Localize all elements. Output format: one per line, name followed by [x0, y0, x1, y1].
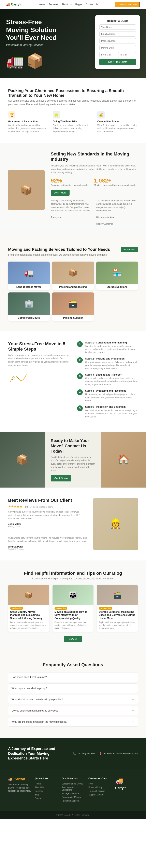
- step-3-title: Steps 3 - Loading and Transport: [85, 373, 138, 376]
- faq-toggle-3[interactable]: ＋: [131, 697, 135, 702]
- packing-subtitle: Our comprehensive suite of moving servic…: [8, 99, 138, 106]
- form-to-input[interactable]: [118, 52, 136, 57]
- footer-care-terms[interactable]: Terms of Service: [88, 790, 111, 792]
- footer-services-list: Long Distance Moves Packing and Unpackin…: [62, 782, 84, 802]
- reviews-left: Best Reviews From Our Client ★★★★★ 4.9 5…: [8, 498, 87, 550]
- footer-care-faq[interactable]: FAQ: [88, 782, 111, 785]
- stat-homes-label: Moving homes and businesses nationwide: [94, 184, 136, 186]
- footer-care-list: FAQ Privacy Policy Terms of Service Supp…: [88, 782, 111, 796]
- footer-copyright: © 2024 CarryIt. All rights reserved.: [56, 814, 90, 816]
- services-header: Moving and Packing Services Tailored to …: [8, 247, 138, 257]
- footer-link-home[interactable]: Home: [35, 782, 58, 785]
- reviews-header: Best Reviews From Our Client ★★★★★ 4.9 5…: [8, 498, 138, 550]
- footer-address[interactable]: 📍 3a Suite 4b Pacific Boulevard, 360: [99, 752, 138, 755]
- footer-right-logo-icon: 🚚: [115, 777, 138, 785]
- form-date-input[interactable]: [99, 45, 136, 51]
- service-card-storage[interactable]: 🏪 Storage Solutions: [96, 261, 138, 290]
- footer-col-brand: 🚚 Carrylt Your trusted moving partner fo…: [8, 777, 31, 803]
- footer-care-title: Customer Care: [88, 777, 111, 780]
- footer-service-long[interactable]: Long Distance Moves: [62, 782, 84, 785]
- view-all-button[interactable]: View all: [64, 636, 82, 642]
- stat-satisfaction-num: 92%: [51, 178, 88, 184]
- form-submit-button[interactable]: Get A Free Quote: [99, 59, 136, 65]
- footer-grid: 🚚 Carrylt Your trusted moving partner fo…: [8, 777, 138, 803]
- faq-item-2[interactable]: What is your cancellation policy? ＋: [8, 683, 138, 693]
- footer-link-services[interactable]: Services: [35, 790, 58, 792]
- step-1: 1 Steps 1 - Consultation and Planning We…: [77, 341, 138, 354]
- testimonial-1: Moving is more than just relocating belo…: [51, 199, 92, 222]
- feature-satisfaction-title: Guarantee of Satisfaction: [8, 120, 49, 123]
- footer-col-services: Our Services Long Distance Moves Packing…: [62, 777, 84, 803]
- footer-service-commercial[interactable]: Commercial Moves: [62, 796, 84, 798]
- service-img-packing-supplier: 🗃️: [52, 292, 94, 315]
- learn-more-button[interactable]: Learn More: [51, 190, 70, 196]
- blog-card-2[interactable]: 👨‍👩‍👧 Budget Tips Moving on a Budget: Ho…: [52, 585, 94, 632]
- cta-left-image: 📦: [0, 432, 45, 488]
- faq-question-2: What is your cancellation policy?: [11, 687, 47, 690]
- nav-services[interactable]: Services: [49, 3, 58, 6]
- navbar-cta-button[interactable]: Call us at 866 7661: [115, 2, 140, 7]
- step-4-content: Steps 4 - Unloading and Placement Upon a…: [85, 390, 138, 402]
- footer-cta: A Journey of Expertise and Dedication Yo…: [0, 738, 146, 769]
- footer-link-blog[interactable]: Blog: [35, 794, 58, 796]
- faq-toggle-4[interactable]: ＋: [131, 709, 135, 713]
- blog-card-1[interactable]: 📦 Moving Tips Cross-Country Moves: Plann…: [8, 585, 49, 632]
- reviews-right-image: 👷: [93, 498, 138, 550]
- service-card-commercial[interactable]: 🏢 Commercial Moves: [8, 292, 50, 321]
- faq-item-1[interactable]: How much does it cost to move? ＋: [8, 672, 138, 682]
- blog-card-3[interactable]: 🗃️ Storage Tips Storage Solutions: Maxim…: [97, 585, 138, 632]
- cta-button[interactable]: Get A Quote: [51, 475, 71, 482]
- steps-left: Your Stress-Free Move in 5 Simple Steps …: [8, 341, 69, 387]
- form-name-input[interactable]: [99, 24, 136, 30]
- review-rating-number: 4.9: [24, 505, 28, 508]
- footer-service-storage[interactable]: Storage Solutions: [62, 792, 84, 795]
- service-card-long-distance[interactable]: 🚛 Long-Distance Moves: [8, 261, 50, 290]
- nav-about[interactable]: About Us: [62, 3, 72, 6]
- footer-phone-label: +1 (234) 567-890: [77, 752, 95, 755]
- faq-toggle-2[interactable]: ＋: [131, 686, 135, 690]
- standards-image-inner: 📦: [8, 170, 45, 210]
- footer-link-about[interactable]: About Us: [35, 786, 58, 788]
- footer-phone[interactable]: 📞 +1 (234) 567-890: [72, 752, 95, 755]
- cta-right-image: 🏠: [101, 432, 146, 488]
- step-4-desc: Upon arrival, we unload your belongings …: [85, 393, 138, 402]
- all-services-button[interactable]: All Services: [121, 247, 138, 252]
- form-phone-input[interactable]: [99, 38, 136, 43]
- footer-link-contact[interactable]: Contact: [35, 797, 58, 800]
- nav-contact[interactable]: Contact Us: [86, 3, 98, 6]
- testimonial-1-author: Jocelyn V.: [51, 216, 92, 219]
- footer-care-privacy[interactable]: Privacy Policy: [88, 786, 111, 788]
- footer-col-customer-care: Customer Care FAQ Privacy Policy Terms o…: [88, 777, 111, 803]
- features-row: 🏆 Guarantee of Satisfaction We stand beh…: [8, 111, 138, 133]
- faq-item-4[interactable]: Do you offer international moving servic…: [8, 706, 138, 715]
- service-card-packing-supplier[interactable]: 🗃️ Packing Supplier: [52, 292, 94, 321]
- faq-toggle-5[interactable]: ＋: [131, 720, 135, 724]
- reviewer-2-name: Andrea Peter: [8, 545, 87, 548]
- step-1-content: Steps 1 - Consultation and Planning We s…: [85, 341, 138, 354]
- faq-item-3[interactable]: What kind of packing materials do you pr…: [8, 695, 138, 704]
- faq-toggle-1[interactable]: ＋: [131, 675, 135, 679]
- cta-title: Ready to Make Your Move? Contact Us Toda…: [51, 438, 95, 454]
- nav-pages[interactable]: Pages: [75, 3, 82, 6]
- stat-homes: 1,082+ Moving homes and businesses natio…: [94, 178, 136, 186]
- cta-content: Ready to Make Your Move? Contact Us Toda…: [45, 432, 101, 488]
- form-email-input[interactable]: [99, 31, 136, 37]
- footer-cta-contacts: 📞 +1 (234) 567-890 📍 3a Suite 4b Pacific…: [72, 752, 138, 755]
- blog-tag-3: Storage Tips: [99, 607, 112, 610]
- blog-img-3: 🗃️: [97, 585, 138, 605]
- feature-satisfaction-desc: We stand behind our work with a satisfac…: [8, 124, 49, 133]
- service-card-packing[interactable]: 📦 Packing and Unpacking: [52, 261, 94, 290]
- nav-home[interactable]: Home: [39, 3, 45, 6]
- blog-desc-2: Discover smart strategies to reduce movi…: [52, 621, 94, 632]
- form-from-input[interactable]: [99, 52, 117, 57]
- faq-item-5[interactable]: What are the steps involved in the movin…: [8, 717, 138, 726]
- navbar: 🚚 Carrylt Home Services About Us Pages C…: [0, 0, 146, 9]
- footer-care-support[interactable]: Support Center: [88, 794, 111, 796]
- blog-tag-2: Budget Tips: [54, 607, 68, 610]
- steps-right: 1 Steps 1 - Consultation and Planning We…: [77, 341, 138, 422]
- footer-service-supplies[interactable]: Packing Supplies: [62, 800, 84, 802]
- footer-service-packing[interactable]: Packing and Unpacking: [62, 786, 84, 791]
- step-4: 4 Steps 4 - Unloading and Placement Upon…: [77, 390, 138, 402]
- standards-content: Setting New Standards in the Moving Indu…: [51, 151, 138, 229]
- satisfaction-icon: 🏆: [8, 111, 15, 119]
